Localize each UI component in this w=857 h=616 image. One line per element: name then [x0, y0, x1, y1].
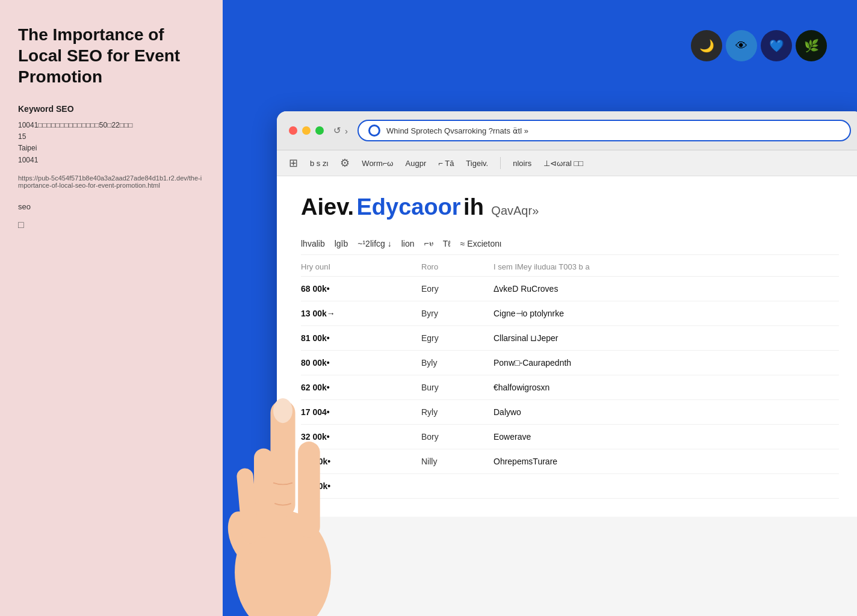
data-table: lhvalib lgīb ~¹2lifcg ↓ lion ⌐ᵿ Tℓ ≈ Exc…	[301, 232, 839, 499]
table-sub-header: Hry ounI Roro I sem IMey iluduaι T003 b …	[301, 257, 839, 277]
meta-zip: 10041	[18, 156, 38, 164]
keyword-label: Keyword SEO	[18, 104, 205, 114]
row-7-mid: Bory	[421, 432, 493, 442]
toolbar-item-augpr[interactable]: Augpr	[406, 159, 427, 168]
table-row[interactable]: 13 00k→ Byry Cigne⊣o ptolynrke	[301, 301, 839, 326]
deco-icon-2: 👁	[726, 30, 757, 61]
nav-back-forward[interactable]: ↺ ›	[333, 125, 348, 136]
divider-1	[500, 157, 501, 169]
table-row[interactable]: S0 00k• Nilly OhrepemsTurare	[301, 449, 839, 474]
row-6-name: Dalywo	[493, 407, 839, 417]
right-area: 🌙 👁 💙 🌿 ↺ › Whind Sprotech Qvsarroking ?…	[223, 0, 857, 616]
row-2-mid: Byry	[421, 309, 493, 318]
table-row[interactable]: 17 004• Ryly Dalywo	[301, 400, 839, 425]
table-col-header-1[interactable]: lhvalib	[301, 239, 325, 248]
row-1-num: 68 00k•	[301, 284, 421, 294]
toolbar-item-nloirs[interactable]: nloirs	[513, 159, 531, 168]
row-8-mid: Nilly	[421, 457, 493, 466]
row-7-name: Eowerave	[493, 432, 839, 442]
page-subtitle: QavAqr»	[491, 204, 539, 217]
toolbar-item-1[interactable]: b s zι	[310, 159, 328, 168]
deco-icon-4: 🌿	[796, 30, 827, 61]
svg-rect-3	[298, 442, 320, 538]
toolbar-item-aural[interactable]: ⊥⊲ωral □□	[543, 159, 583, 168]
row-6-mid: Ryly	[421, 407, 493, 417]
hand-overlay	[223, 315, 367, 616]
toolbar-item-ta[interactable]: ⌐ Tā	[438, 159, 454, 168]
table-row[interactable]: 32 00k• Bory Eowerave	[301, 425, 839, 449]
row-8-name: OhrepemsTurare	[493, 457, 839, 466]
page-main-title-blue: Edycaoor	[356, 194, 460, 220]
hand-svg	[223, 345, 355, 616]
table-row[interactable]: 68 00k• Eory ΔvkeD RuCroves	[301, 277, 839, 301]
table-col-header-7[interactable]: ≈ Excietonι	[460, 239, 501, 248]
table-row[interactable]: 8E 00k•	[301, 474, 839, 499]
toolbar-item-worm[interactable]: Worm⌐ω	[362, 159, 393, 168]
table-col-header-4[interactable]: lion	[401, 239, 415, 248]
traffic-light-yellow[interactable]	[302, 126, 311, 135]
sidebar: The Importance of Local SEO for Event Pr…	[0, 0, 223, 616]
meta-city: Taipei	[18, 144, 37, 152]
row-1-mid: Eory	[421, 284, 493, 294]
toolbar-icon-2[interactable]: ⚙	[340, 156, 350, 170]
meta-line2: 15	[18, 132, 26, 141]
sub-header-col3: I sem IMey iluduaι T003 b a	[493, 262, 839, 271]
row-4-mid: Byly	[421, 358, 493, 368]
sidebar-meta: 10041□□□□□□□□□□□□□□50□22□□□ 15 Taipei 10…	[18, 120, 205, 166]
row-5-mid: Bury	[421, 383, 493, 392]
deco-icons: 🌙 👁 💙 🌿	[691, 30, 827, 61]
traffic-light-green[interactable]	[315, 126, 324, 135]
traffic-lights	[289, 126, 324, 135]
sub-header-col1: Hry ounI	[301, 262, 421, 271]
address-circle-icon	[368, 125, 380, 137]
row-5-name: €halfowigrosxn	[493, 383, 839, 392]
table-toolbar: lhvalib lgīb ~¹2lifcg ↓ lion ⌐ᵿ Tℓ ≈ Exc…	[301, 232, 839, 255]
row-1-name: ΔvkeD RuCroves	[493, 284, 839, 294]
row-3-mid: Egry	[421, 333, 493, 343]
row-3-name: Cllarsinal ⊔Jeper	[493, 333, 839, 343]
browser-chrome: ↺ › Whind Sprotech Qvsarroking ?rnats α̈…	[277, 111, 857, 150]
toolbar-item-tigeiv[interactable]: Tigeiv.	[466, 159, 488, 168]
table-col-header-5[interactable]: ⌐ᵿ	[424, 238, 433, 248]
page-main-title-black: Aiev.	[301, 194, 354, 220]
sub-header-col2: Roro	[421, 262, 493, 271]
deco-icon-1: 🌙	[691, 30, 722, 61]
sidebar-icon-box: □	[18, 220, 205, 230]
sidebar-title: The Importance of Local SEO for Event Pr…	[18, 24, 205, 87]
table-col-header-3[interactable]: ~¹2lifcg ↓	[357, 239, 391, 248]
svg-point-6	[273, 398, 292, 423]
nav-forward-icon[interactable]: ›	[345, 126, 348, 136]
table-col-header-2[interactable]: lgīb	[335, 239, 348, 248]
table-row[interactable]: 80 00k• Byly Ponw□-Caurapednth	[301, 351, 839, 375]
page-title-bar: Aiev. Edycaoor ih QavAqr»	[301, 194, 839, 220]
toolbar-icon-1[interactable]: ⊞	[289, 156, 298, 170]
page-title-ih: ih	[463, 194, 484, 220]
browser-toolbar: ⊞ b s zι ⚙ Worm⌐ω Augpr ⌐ Tā Tigeiv. nlo…	[277, 150, 857, 176]
row-2-name: Cigne⊣o ptolynrke	[493, 309, 839, 318]
sidebar-url: https://pub-5c454f571b8e40a3a2aad27ade84…	[18, 174, 205, 189]
meta-line1: 10041□□□□□□□□□□□□□□50□22□□□	[18, 121, 133, 129]
nav-refresh-icon[interactable]: ↺	[333, 125, 341, 136]
table-col-header-6[interactable]: Tℓ	[443, 239, 451, 248]
table-row[interactable]: 62 00k• Bury €halfowigrosxn	[301, 375, 839, 400]
table-row[interactable]: 81 00k• Egry Cllarsinal ⊔Jeper	[301, 326, 839, 351]
row-4-name: Ponw□-Caurapednth	[493, 358, 839, 368]
address-text: Whind Sprotech Qvsarroking ?rnats α̈tl »	[386, 126, 840, 135]
deco-icon-3: 💙	[761, 30, 792, 61]
address-bar[interactable]: Whind Sprotech Qvsarroking ?rnats α̈tl »	[357, 120, 851, 141]
sidebar-tag: seo	[18, 202, 205, 211]
traffic-light-red[interactable]	[289, 126, 297, 135]
